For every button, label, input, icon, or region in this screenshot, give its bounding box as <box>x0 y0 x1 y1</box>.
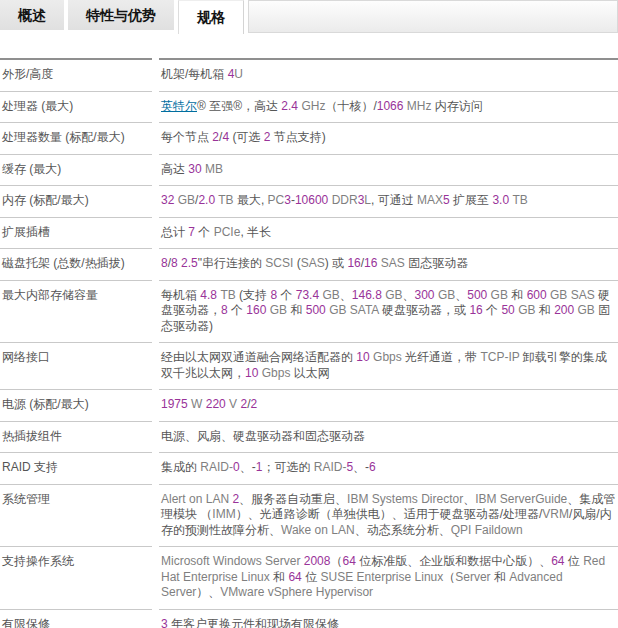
spec-row: 处理器 (最大)英特尔® 至强®，高达 2.4 GHz（十核）/1066 MHz… <box>0 92 618 124</box>
spec-label: 最大内部存储容量 <box>0 281 152 344</box>
spec-label: 内存 (标配/最大) <box>0 186 152 218</box>
spec-row: 最大内部存储容量每机箱 4.8 TB (支持 8 个 73.4 GB、146.8… <box>0 281 618 344</box>
spec-row: 有限保修3 年客户更换元件和现场有限保修 <box>0 610 618 628</box>
spec-value: 英特尔® 至强®，高达 2.4 GHz（十核）/1066 MHz 内存访问 <box>159 92 618 124</box>
spec-value: 集成的 RAID-0、-1；可选的 RAID-5、-6 <box>159 453 618 485</box>
spec-label: 支持操作系统 <box>0 547 152 610</box>
spec-label: 有限保修 <box>0 610 152 628</box>
spec-row: 支持操作系统Microsoft Windows Server 2008（64 位… <box>0 547 618 610</box>
spec-value: 机架/每机箱 4U <box>159 58 618 92</box>
spec-value: 每机箱 4.8 TB (支持 8 个 73.4 GB、146.8 GB、300 … <box>159 281 618 344</box>
spec-label: RAID 支持 <box>0 453 152 485</box>
spec-value: 3 年客户更换元件和现场有限保修 <box>159 610 618 628</box>
tab-overview[interactable]: 概述 <box>0 0 64 30</box>
spec-value: 32 GB/2.0 TB 最大, PC3-10600 DDR3L, 可通过 MA… <box>159 186 618 218</box>
spec-row: 系统管理Alert on LAN 2、服务器自动重启、IBM Systems D… <box>0 485 618 548</box>
spec-value: 高达 30 MB <box>159 155 618 187</box>
spec-value: 经由以太网双通道融合网络适配器的 10 Gbps 光纤通道，带 TCP-IP 卸… <box>159 343 618 390</box>
spec-label: 处理器 (最大) <box>0 92 152 124</box>
spec-label: 缓存 (最大) <box>0 155 152 187</box>
spec-row: 外形/高度机架/每机箱 4U <box>0 58 618 92</box>
spec-row: 扩展插槽总计 7 个 PCIe, 半长 <box>0 218 618 250</box>
spec-row: 网络接口经由以太网双通道融合网络适配器的 10 Gbps 光纤通道，带 TCP-… <box>0 343 618 390</box>
tab-features-benefits[interactable]: 特性与优势 <box>68 0 174 30</box>
tab-specifications[interactable]: 规格 <box>178 0 244 34</box>
spec-value: 1975 W 220 V 2/2 <box>159 390 618 422</box>
spec-label: 外形/高度 <box>0 58 152 92</box>
spec-table: 外形/高度机架/每机箱 4U处理器 (最大)英特尔® 至强®，高达 2.4 GH… <box>0 58 618 628</box>
spec-row: 电源 (标配/最大)1975 W 220 V 2/2 <box>0 390 618 422</box>
spec-row: 处理器数量 (标配/最大)每个节点 2/4 (可选 2 节点支持) <box>0 123 618 155</box>
spec-value: Alert on LAN 2、服务器自动重启、IBM Systems Direc… <box>159 485 618 548</box>
spec-value: 每个节点 2/4 (可选 2 节点支持) <box>159 123 618 155</box>
spec-value: 8/8 2.5"串行连接的 SCSI (SAS) 或 16/16 SAS 固态驱… <box>159 249 618 281</box>
spec-label: 网络接口 <box>0 343 152 390</box>
spec-label: 处理器数量 (标配/最大) <box>0 123 152 155</box>
spec-label: 扩展插槽 <box>0 218 152 250</box>
intel-link[interactable]: 英特尔 <box>161 99 197 113</box>
spec-value: Microsoft Windows Server 2008（64 位标准版、企业… <box>159 547 618 610</box>
spec-label: 电源 (标配/最大) <box>0 390 152 422</box>
spec-label: 热插拔组件 <box>0 422 152 454</box>
tab-bar: 概述特性与优势规格 <box>0 0 618 36</box>
spec-row: RAID 支持集成的 RAID-0、-1；可选的 RAID-5、-6 <box>0 453 618 485</box>
spec-label: 系统管理 <box>0 485 152 548</box>
spec-value: 电源、风扇、硬盘驱动器和固态驱动器 <box>159 422 618 454</box>
spec-row: 缓存 (最大)高达 30 MB <box>0 155 618 187</box>
spec-row: 热插拔组件电源、风扇、硬盘驱动器和固态驱动器 <box>0 422 618 454</box>
tab-filler <box>248 0 618 33</box>
spec-label: 磁盘托架 (总数/热插拔) <box>0 249 152 281</box>
spec-value: 总计 7 个 PCIe, 半长 <box>159 218 618 250</box>
spec-row: 磁盘托架 (总数/热插拔)8/8 2.5"串行连接的 SCSI (SAS) 或 … <box>0 249 618 281</box>
spec-row: 内存 (标配/最大)32 GB/2.0 TB 最大, PC3-10600 DDR… <box>0 186 618 218</box>
